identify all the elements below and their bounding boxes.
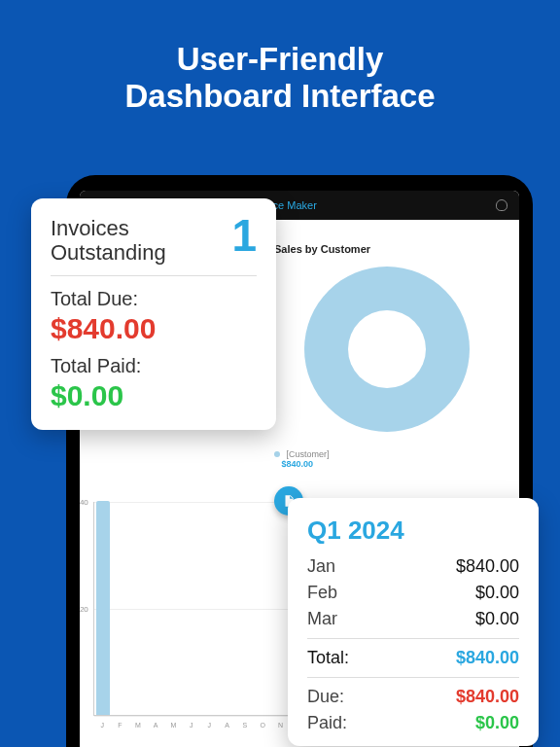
total-due-value: $840.00 <box>51 312 257 345</box>
invoices-outstanding-card: InvoicesOutstanding 1 Total Due: $840.00… <box>31 198 276 430</box>
headline-line2: Dashboard Interface <box>0 78 560 115</box>
invoices-label: InvoicesOutstanding <box>51 216 166 266</box>
legend-dot-icon <box>274 451 280 457</box>
y-tick: $420 <box>80 605 88 614</box>
quarter-due-value: $840.00 <box>456 687 519 707</box>
divider <box>51 275 257 276</box>
donut-chart <box>304 267 470 432</box>
marketing-headline: User-Friendly Dashboard Interface <box>0 0 560 115</box>
quarter-paid-value: $0.00 <box>475 713 519 733</box>
month-label: Feb <box>307 583 337 603</box>
quarter-summary-card: Q1 2024 Jan$840.00Feb$0.00Mar$0.00 Total… <box>288 498 539 746</box>
month-label: Jan <box>307 556 335 577</box>
quarter-paid-row: Paid: $0.00 <box>307 710 519 736</box>
x-tick: J <box>200 722 218 729</box>
total-paid-label: Total Paid: <box>51 355 257 377</box>
x-tick: A <box>147 722 164 729</box>
divider <box>307 638 519 639</box>
donut-chart-wrap <box>274 267 500 432</box>
quarter-title: Q1 2024 <box>307 516 519 546</box>
monthly-bar-chart: $0$420$840 JFMAMJJASOND <box>93 502 307 747</box>
month-value: $840.00 <box>456 556 519 577</box>
x-tick: O <box>254 722 271 729</box>
quarter-month-row: Mar$0.00 <box>307 606 519 632</box>
bar <box>96 501 110 715</box>
quarter-due-label: Due: <box>307 687 344 707</box>
y-tick: $840 <box>80 498 88 507</box>
x-tick: M <box>129 722 147 729</box>
donut-legend: [Customer] $840.00 <box>274 449 500 469</box>
month-label: Mar <box>307 609 337 629</box>
x-tick: N <box>271 722 289 729</box>
quarter-month-row: Jan$840.00 <box>307 553 519 580</box>
x-tick: A <box>218 722 235 729</box>
x-tick: J <box>183 722 200 729</box>
month-value: $0.00 <box>475 583 519 603</box>
legend-amount: $840.00 <box>282 459 314 469</box>
quarter-month-row: Feb$0.00 <box>307 580 519 606</box>
x-tick: F <box>111 722 128 729</box>
quarter-paid-label: Paid: <box>307 713 347 733</box>
x-tick: S <box>236 722 254 729</box>
divider <box>307 677 519 678</box>
x-tick: J <box>93 722 111 729</box>
headline-line1: User-Friendly <box>0 41 560 78</box>
total-due-label: Total Due: <box>51 288 257 310</box>
quarter-total-row: Total: $840.00 <box>307 645 519 671</box>
quarter-total-value: $840.00 <box>456 648 519 668</box>
quarter-total-label: Total: <box>307 648 349 668</box>
total-paid-value: $0.00 <box>51 379 257 412</box>
quarter-due-row: Due: $840.00 <box>307 684 519 710</box>
bell-icon[interactable] <box>496 199 508 211</box>
legend-customer: [Customer] <box>287 449 330 459</box>
sales-title: Sales by Customer <box>274 243 500 255</box>
invoices-count: 1 <box>231 216 257 256</box>
month-value: $0.00 <box>475 609 519 629</box>
x-tick: M <box>164 722 182 729</box>
